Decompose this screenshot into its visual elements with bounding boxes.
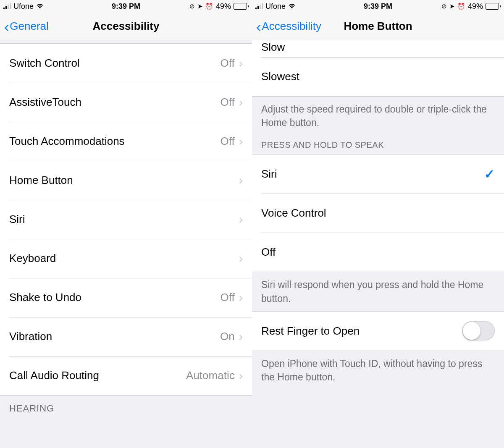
status-bar: Ufone 9:39 PM ⊘ ➤ ⏰ 49%	[0, 0, 252, 13]
page-title: Home Button	[344, 20, 412, 33]
row-siri-option[interactable]: Siri ✓	[252, 155, 504, 194]
row-label: Off	[261, 246, 495, 259]
location-icon: ➤	[197, 3, 203, 10]
row-value: Off	[220, 135, 234, 148]
orientation-lock-icon: ⊘	[189, 3, 195, 10]
rest-finger-list: Rest Finger to Open	[252, 311, 504, 351]
chevron-right-icon: ›	[239, 252, 243, 265]
row-value: On	[220, 330, 235, 343]
row-vibration[interactable]: Vibration On ›	[0, 317, 252, 356]
row-label: Switch Control	[9, 57, 220, 70]
click-speed-list: Slow Slowest	[252, 40, 504, 97]
chevron-right-icon: ›	[239, 96, 243, 109]
row-value: Off	[220, 96, 234, 109]
row-label: Call Audio Routing	[9, 369, 186, 382]
row-label: Rest Finger to Open	[261, 325, 462, 338]
row-label: Keyboard	[9, 252, 235, 265]
row-label: Home Button	[9, 174, 235, 187]
row-slow-partial[interactable]: Slow	[252, 40, 504, 57]
row-assistivetouch[interactable]: AssistiveTouch Off ›	[0, 83, 252, 122]
row-value: Off	[220, 291, 234, 304]
row-shake-to-undo[interactable]: Shake to Undo Off ›	[0, 278, 252, 317]
row-value: Automatic	[186, 369, 235, 382]
rest-finger-footer: Open iPhone with Touch ID, without havin…	[252, 351, 504, 390]
chevron-left-icon: ‹	[256, 19, 261, 34]
back-label: General	[10, 20, 49, 33]
row-label: Slowest	[261, 70, 495, 83]
navbar: ‹ General Accessibility	[0, 13, 252, 40]
row-keyboard[interactable]: Keyboard ›	[0, 239, 252, 278]
chevron-right-icon: ›	[239, 330, 243, 343]
row-label: Shake to Undo	[9, 291, 220, 304]
battery-pct-label: 49%	[216, 2, 231, 11]
battery-pct-label: 49%	[468, 2, 483, 11]
settings-list: Switch Control Off › AssistiveTouch Off …	[0, 44, 252, 396]
chevron-right-icon: ›	[239, 135, 243, 148]
carrier-label: Ufone	[13, 2, 34, 11]
chevron-right-icon: ›	[239, 291, 243, 304]
back-label: Accessibility	[262, 20, 321, 33]
signal-icon	[3, 3, 11, 9]
chevron-right-icon: ›	[239, 174, 243, 187]
row-switch-control[interactable]: Switch Control Off ›	[0, 44, 252, 83]
section-header-hearing: HEARING	[0, 396, 252, 412]
row-label: Siri	[9, 213, 235, 226]
row-siri[interactable]: Siri ›	[0, 200, 252, 239]
chevron-right-icon: ›	[239, 213, 243, 226]
row-call-audio-routing[interactable]: Call Audio Routing Automatic ›	[0, 356, 252, 395]
screen-home-button: Ufone 9:39 PM ⊘ ➤ ⏰ 49% ‹ Accessibility …	[252, 0, 504, 448]
back-button-general[interactable]: ‹ General	[4, 19, 49, 34]
navbar: ‹ Accessibility Home Button	[252, 13, 504, 40]
row-off-option[interactable]: Off	[252, 233, 504, 272]
press-hold-footer: Siri will respond when you press and hol…	[252, 272, 504, 311]
row-value: Off	[220, 57, 234, 70]
alarm-icon: ⏰	[205, 3, 213, 10]
clock-label: 9:39 PM	[364, 2, 392, 11]
screen-accessibility: Ufone 9:39 PM ⊘ ➤ ⏰ 49% ‹ General Access…	[0, 0, 252, 448]
row-label: Touch Accommodations	[9, 135, 220, 148]
row-touch-accommodations[interactable]: Touch Accommodations Off ›	[0, 122, 252, 161]
rest-finger-toggle[interactable]	[462, 321, 495, 341]
wifi-icon	[288, 2, 296, 11]
chevron-right-icon: ›	[239, 369, 243, 383]
back-button-accessibility[interactable]: ‹ Accessibility	[256, 19, 321, 34]
row-voice-control-option[interactable]: Voice Control	[252, 194, 504, 233]
location-icon: ➤	[449, 3, 455, 10]
alarm-icon: ⏰	[457, 3, 465, 10]
wifi-icon	[36, 2, 44, 11]
signal-icon	[255, 3, 263, 9]
row-rest-finger[interactable]: Rest Finger to Open	[252, 312, 504, 351]
battery-icon	[486, 3, 501, 10]
row-label: Siri	[261, 168, 484, 181]
status-bar: Ufone 9:39 PM ⊘ ➤ ⏰ 49%	[252, 0, 504, 13]
orientation-lock-icon: ⊘	[441, 3, 447, 10]
clock-label: 9:39 PM	[112, 2, 140, 11]
row-label: Voice Control	[261, 207, 495, 220]
carrier-label: Ufone	[265, 2, 286, 11]
section-header-press-hold: PRESS AND HOLD TO SPEAK	[252, 135, 504, 154]
row-label: Vibration	[9, 330, 220, 343]
row-home-button[interactable]: Home Button ›	[0, 161, 252, 200]
checkmark-icon: ✓	[484, 167, 495, 181]
row-label: AssistiveTouch	[9, 96, 220, 109]
battery-icon	[234, 3, 249, 10]
chevron-left-icon: ‹	[4, 19, 9, 34]
page-title: Accessibility	[93, 20, 160, 33]
click-speed-footer: Adjust the speed required to double or t…	[252, 97, 504, 135]
row-slowest[interactable]: Slowest	[252, 57, 504, 96]
press-hold-list: Siri ✓ Voice Control Off	[252, 154, 504, 272]
chevron-right-icon: ›	[239, 57, 243, 70]
